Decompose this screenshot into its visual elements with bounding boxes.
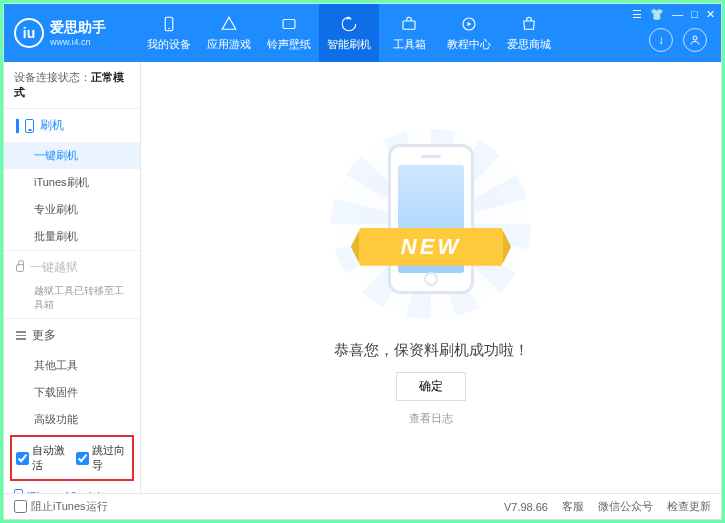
sidebar: 设备连接状态：正常模式 刷机 一键刷机 iTunes刷机 专业刷机 批量刷机 一… — [4, 62, 141, 493]
sidebar-item-advanced[interactable]: 高级功能 — [4, 406, 140, 433]
section-jailbreak: 一键越狱 越狱工具已转移至工具箱 — [4, 250, 140, 318]
footer: 阻止iTunes运行 V7.98.66 客服 微信公众号 检查更新 — [4, 493, 721, 519]
success-illustration: NEW — [331, 129, 531, 319]
version-label: V7.98.66 — [504, 501, 548, 513]
connection-status: 设备连接状态：正常模式 — [4, 62, 140, 108]
phone-icon — [14, 489, 23, 493]
wechat-link[interactable]: 微信公众号 — [598, 499, 653, 514]
user-icon[interactable] — [683, 28, 707, 52]
nav-store[interactable]: 爱思商城 — [499, 4, 559, 62]
device-info[interactable]: iPhone 12 mini 64GB Down-12mini-13,1 — [4, 483, 140, 493]
top-bar: ☰ 👕 — □ ✕ iu 爱思助手 www.i4.cn 我的设备 应用游戏 铃声… — [4, 4, 721, 62]
skip-guide-checkbox[interactable]: 跳过向导 — [76, 443, 128, 473]
sidebar-head-more[interactable]: 更多 — [4, 319, 140, 352]
main-content: NEW 恭喜您，保资料刷机成功啦！ 确定 查看日志 — [141, 62, 721, 493]
jailbreak-note: 越狱工具已转移至工具箱 — [4, 284, 140, 318]
sidebar-item-firmware[interactable]: 下载固件 — [4, 379, 140, 406]
sidebar-item-itunes[interactable]: iTunes刷机 — [4, 169, 140, 196]
nav-toolbox[interactable]: 工具箱 — [379, 4, 439, 62]
sidebar-item-other[interactable]: 其他工具 — [4, 352, 140, 379]
sidebar-head-flash[interactable]: 刷机 — [4, 109, 140, 142]
skin-icon[interactable]: 👕 — [650, 8, 664, 21]
view-log-link[interactable]: 查看日志 — [409, 411, 453, 426]
top-right-buttons: ↓ — [649, 28, 707, 52]
options-box: 自动激活 跳过向导 — [10, 435, 134, 481]
svg-rect-3 — [403, 21, 415, 29]
close-icon[interactable]: ✕ — [706, 8, 715, 21]
sidebar-head-jailbreak[interactable]: 一键越狱 — [4, 251, 140, 284]
phone-icon — [25, 119, 34, 133]
svg-rect-2 — [283, 19, 295, 28]
maximize-icon[interactable]: □ — [691, 8, 698, 21]
download-icon[interactable]: ↓ — [649, 28, 673, 52]
success-message: 恭喜您，保资料刷机成功啦！ — [334, 341, 529, 360]
new-ribbon: NEW — [351, 228, 511, 266]
sidebar-item-oneclick[interactable]: 一键刷机 — [4, 142, 140, 169]
window-controls: ☰ 👕 — □ ✕ — [632, 8, 715, 21]
minimize-icon[interactable]: — — [672, 8, 683, 21]
sidebar-item-pro[interactable]: 专业刷机 — [4, 196, 140, 223]
logo-icon: iu — [14, 18, 44, 48]
section-flash: 刷机 一键刷机 iTunes刷机 专业刷机 批量刷机 — [4, 108, 140, 250]
lock-icon — [16, 264, 24, 272]
nav-tutorials[interactable]: 教程中心 — [439, 4, 499, 62]
app-url: www.i4.cn — [50, 37, 106, 47]
nav-my-device[interactable]: 我的设备 — [139, 4, 199, 62]
auto-activate-checkbox[interactable]: 自动激活 — [16, 443, 68, 473]
sidebar-item-batch[interactable]: 批量刷机 — [4, 223, 140, 250]
hamburger-icon — [16, 331, 26, 340]
check-update-link[interactable]: 检查更新 — [667, 499, 711, 514]
app-window: ☰ 👕 — □ ✕ iu 爱思助手 www.i4.cn 我的设备 应用游戏 铃声… — [3, 3, 722, 520]
main-nav: 我的设备 应用游戏 铃声壁纸 智能刷机 工具箱 教程中心 爱思商城 — [139, 4, 559, 62]
logo: iu 爱思助手 www.i4.cn — [14, 18, 139, 48]
nav-apps[interactable]: 应用游戏 — [199, 4, 259, 62]
section-more: 更多 其他工具 下载固件 高级功能 — [4, 318, 140, 433]
menu-icon[interactable]: ☰ — [632, 8, 642, 21]
nav-flash[interactable]: 智能刷机 — [319, 4, 379, 62]
body: 设备连接状态：正常模式 刷机 一键刷机 iTunes刷机 专业刷机 批量刷机 一… — [4, 62, 721, 493]
ok-button[interactable]: 确定 — [396, 372, 466, 401]
block-itunes-checkbox[interactable]: 阻止iTunes运行 — [14, 499, 108, 514]
app-title: 爱思助手 — [50, 19, 106, 37]
nav-ringtones[interactable]: 铃声壁纸 — [259, 4, 319, 62]
svg-point-5 — [693, 36, 697, 40]
svg-point-1 — [168, 27, 170, 29]
support-link[interactable]: 客服 — [562, 499, 584, 514]
